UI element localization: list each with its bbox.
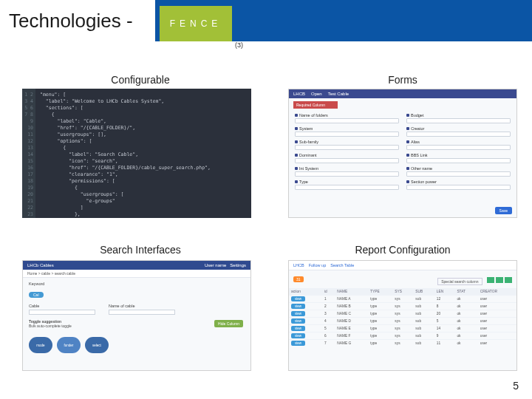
field-input[interactable] <box>295 145 399 150</box>
col-header[interactable]: NAME <box>335 288 368 296</box>
field-label: BBS Link <box>406 153 511 157</box>
search-col-label: Name of cable <box>109 304 175 308</box>
col-header[interactable]: STAT <box>454 288 477 296</box>
table-header-row: actionidNAMETYPESYSSUBLENSTATCREATOR <box>289 288 516 296</box>
field-input[interactable] <box>406 118 511 123</box>
slide-title: Technologies - <box>0 10 133 33</box>
search-bubbles: mode funder select <box>29 337 245 353</box>
table-row[interactable]: view4NAME Dtypesyssub5okuser <box>289 318 516 325</box>
code-editor: 1 2 3 4 5 6 7 8 9 10 11 12 13 14 15 16 1… <box>22 89 251 218</box>
label-report: Report Configuration <box>292 244 514 256</box>
search-area: Keyword Cal Cable Name of cable Toggle s… <box>23 278 250 357</box>
col-header[interactable]: SYS <box>392 288 413 296</box>
field-input[interactable] <box>406 185 511 190</box>
form-field: Budget <box>406 113 511 123</box>
thumb-report: LHCB Follow up Search Table 31 Special s… <box>288 260 517 371</box>
field-label: Name of folders <box>295 113 399 117</box>
forms-required-banner: Required Column <box>293 101 338 109</box>
forms-tab[interactable]: LHCB <box>293 92 305 96</box>
code-gutter: 1 2 3 4 5 6 7 8 9 10 11 12 13 14 15 16 1… <box>22 89 35 218</box>
report-tab[interactable]: Search Table <box>330 263 354 267</box>
field-label: System <box>295 126 399 131</box>
table-row[interactable]: view5NAME Etypesyssub14okuser <box>289 325 516 332</box>
breadcrumb: Home > cable > search cable <box>23 270 250 278</box>
report-tab[interactable]: LHCB <box>293 263 304 267</box>
field-label: Creator <box>406 126 511 131</box>
col-header[interactable]: LEN <box>434 288 455 296</box>
field-input[interactable] <box>295 185 399 190</box>
field-input[interactable] <box>295 118 399 123</box>
thumb-search: LHCb Cables User name Settings Home > ca… <box>22 260 251 371</box>
fence-logo-text: FENCE <box>170 18 222 29</box>
hide-column-button[interactable]: Hide Column <box>214 320 243 327</box>
forms-tab[interactable]: Open <box>311 92 322 96</box>
form-field: Dominant <box>295 153 399 163</box>
report-table: actionidNAMETYPESYSSUBLENSTATCREATOR vie… <box>289 288 516 347</box>
field-label: Budget <box>406 113 511 117</box>
form-field: BBS Link <box>406 153 511 163</box>
label-configurable: Configurable <box>44 74 236 86</box>
forms-body: Name of foldersBudgetSystemCreatorSub-fa… <box>289 109 516 194</box>
code-source: "menu": [ "label": "Welcome to LHCb Cabl… <box>35 89 215 218</box>
col-header[interactable]: id <box>322 288 335 296</box>
form-field: Type <box>295 180 399 190</box>
field-label: Other name <box>406 166 511 171</box>
field-input[interactable] <box>406 171 511 177</box>
forms-header: LHCB Open Test Cable <box>289 89 516 98</box>
report-tab[interactable]: Follow up <box>309 263 327 267</box>
col-header[interactable]: CREATOR <box>478 288 516 296</box>
form-field: Int System <box>295 166 399 177</box>
report-selector[interactable]: Special search column <box>437 278 482 285</box>
form-field: Other name <box>406 166 511 177</box>
field-input[interactable] <box>295 132 399 137</box>
field-label: Sub-family <box>295 140 399 144</box>
search-brand: LHCb Cables <box>27 263 54 267</box>
keyword-pill[interactable]: Cal <box>29 292 44 298</box>
search-topbar: LHCb Cables User name Settings <box>23 261 250 270</box>
table-row[interactable]: view6NAME Ftypesyssub9okuser <box>289 332 516 340</box>
form-field: Section power <box>406 180 511 190</box>
field-input[interactable] <box>406 145 511 150</box>
col-header[interactable]: action <box>289 288 322 296</box>
report-tabs: LHCB Follow up Search Table <box>289 261 516 270</box>
field-label: Type <box>295 180 399 184</box>
forms-save-button[interactable]: Save <box>495 207 512 214</box>
label-search: Search Interfaces <box>44 244 236 256</box>
slide-subnumber: (3) <box>235 41 243 49</box>
form-field: Creator <box>406 126 511 137</box>
bubble[interactable]: funder <box>57 337 81 353</box>
table-row[interactable]: view7NAME Gtypesyssub11okuser <box>289 340 516 347</box>
field-input[interactable] <box>406 132 511 137</box>
field-label: Dominant <box>295 153 399 157</box>
form-field: Alias <box>406 140 511 150</box>
field-input[interactable] <box>295 158 399 163</box>
table-row[interactable]: view3NAME Ctypesyssub20okuser <box>289 310 516 318</box>
page-number: 5 <box>513 380 519 392</box>
thumb-forms: LHCB Open Test Cable Required Column Nam… <box>288 89 517 218</box>
label-forms: Forms <box>292 74 514 86</box>
search-input[interactable] <box>29 310 95 315</box>
search-col-label: Cable <box>29 304 95 308</box>
table-row[interactable]: view2NAME Btypesyssub8okuser <box>289 303 516 310</box>
dataset-badge: 31 <box>293 276 304 282</box>
table-row[interactable]: view1NAME Atypesyssub12okuser <box>289 296 516 303</box>
bubble[interactable]: mode <box>29 337 52 353</box>
form-field: Sub-family <box>295 140 399 150</box>
field-input[interactable] <box>295 171 399 177</box>
search-user[interactable]: User name <box>205 263 226 267</box>
thumb-configurable: 1 2 3 4 5 6 7 8 9 10 11 12 13 14 15 16 1… <box>22 89 251 218</box>
toggle-hint-sub: Bulk auto-complete toggle <box>29 324 72 328</box>
forms-tab[interactable]: Test Cable <box>328 92 349 96</box>
field-input[interactable] <box>406 158 511 163</box>
bubble[interactable]: select <box>85 337 109 353</box>
col-header[interactable]: TYPE <box>368 288 392 296</box>
search-input[interactable] <box>109 310 175 315</box>
title-block: Technologies - <box>0 0 155 41</box>
col-header[interactable]: SUB <box>413 288 434 296</box>
field-label: Int System <box>295 166 399 171</box>
search-settings[interactable]: Settings <box>230 263 246 267</box>
field-label: Alias <box>406 140 511 144</box>
fence-logo: FENCE <box>160 6 232 41</box>
slide: Technologies - FENCE (3) Configurable Fo… <box>0 0 532 399</box>
export-buttons[interactable] <box>485 273 512 285</box>
